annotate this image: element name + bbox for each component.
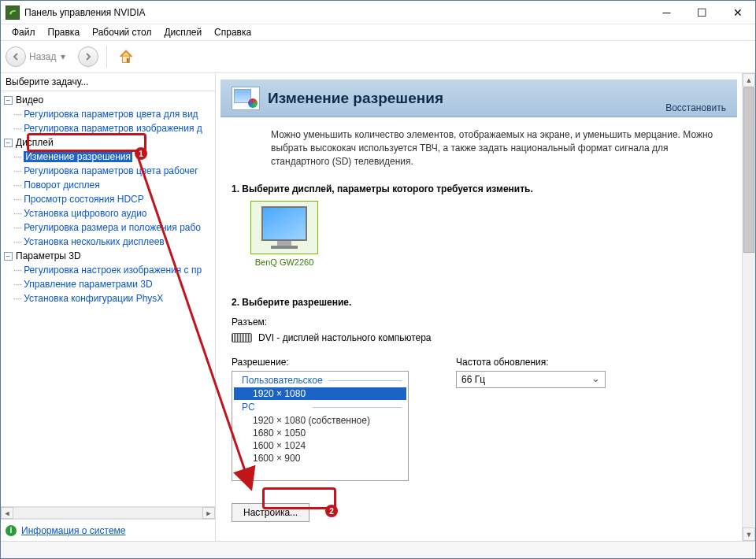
menu-edit[interactable]: Правка [42,25,87,39]
refresh-label: Частота обновления: [456,357,606,368]
tree-category-3d[interactable]: Параметры 3D [16,250,81,261]
minimize-button[interactable]: ─ [649,1,684,24]
menu-file[interactable]: Файл [6,25,42,39]
body: Выберите задачу... −Видео ····Регулировк… [1,73,755,541]
close-button[interactable]: ✕ [720,1,755,24]
main-panel: Изменение разрешения Восстановить Можно … [216,73,755,541]
window-title: Панель управления NVIDIA [24,7,649,18]
task-tree[interactable]: −Видео ····Регулировка параметров цвета … [1,91,215,506]
tree-item[interactable]: Установка конфигурации PhysX [24,293,163,304]
scroll-left-icon[interactable]: ◄ [1,507,13,519]
res-option[interactable]: 1600 × 900 [234,452,406,465]
tree-category-video[interactable]: Видео [16,94,43,106]
task-prompt: Выберите задачу... [1,73,215,91]
titlebar: Панель управления NVIDIA ─ ☐ ✕ [1,1,755,24]
step2-title: 2. Выберите разрешение. [216,289,742,314]
monitor-selector[interactable]: BenQ GW2260 [250,201,318,267]
dvi-port-icon [232,333,252,342]
restore-link[interactable]: Восстановить [665,102,726,113]
port-value: DVI - дисплей настольного компьютера [258,332,432,343]
scroll-track[interactable] [743,254,755,528]
customize-button[interactable]: Настройка... [232,503,309,522]
tree-item[interactable]: Регулировка параметров цвета для вид [24,109,198,120]
nvidia-app-icon [6,6,20,20]
resolution-label: Разрешение: [232,357,409,368]
nav-back-button[interactable] [6,46,26,67]
step1-title: 1. Выберите дисплей, параметры которого … [216,176,742,201]
menu-help[interactable]: Справка [208,25,258,39]
scroll-thumb[interactable] [743,87,754,253]
nvidia-control-panel-window: Панель управления NVIDIA ─ ☐ ✕ Файл Прав… [0,0,756,559]
tree-item[interactable]: Установка нескольких дисплеев [24,236,165,247]
system-info-link[interactable]: Информация о системе [21,525,125,536]
menu-display[interactable]: Дисплей [158,25,208,39]
tree-item[interactable]: Регулировка параметров изображения д [24,123,202,134]
menubar: Файл Правка Рабочий стол Дисплей Справка [1,24,755,40]
res-option[interactable]: 1920 × 1080 (собственное) [234,414,406,427]
nav-back-dropdown[interactable]: ▾ [61,51,70,62]
toolbar-separator [106,46,107,68]
port-label: Разъем: [232,317,267,328]
statusbar [1,541,755,558]
res-group-pc: PC [234,400,406,414]
content-v-scrollbar[interactable]: ▲ ▼ [742,73,755,541]
tree-item[interactable]: Управление параметрами 3D [24,279,153,290]
res-option[interactable]: 1680 × 1050 [234,427,406,439]
page-header: Изменение разрешения Восстановить [220,80,737,117]
menu-desktop[interactable]: Рабочий стол [86,25,158,39]
tree-category-display[interactable]: Дисплей [16,137,54,148]
res-group-custom: Пользовательское [234,373,406,387]
collapse-icon[interactable]: − [4,96,13,105]
res-option-selected[interactable]: 1920 × 1080 [234,387,406,400]
collapse-icon[interactable]: − [4,139,13,147]
sidebar: Выберите задачу... −Видео ····Регулировк… [1,73,216,541]
refresh-rate-select[interactable]: 66 Гц [456,371,606,388]
monitor-color-icon [232,87,260,110]
tree-item[interactable]: Регулировка размера и положения рабо [24,222,201,233]
scroll-right-icon[interactable]: ► [202,507,215,519]
home-button[interactable] [115,46,137,68]
tree-item[interactable]: Регулировка настроек изображения с пр [24,265,202,276]
collapse-icon[interactable]: − [4,252,13,261]
content: Изменение разрешения Восстановить Можно … [216,73,742,541]
toolbar: Назад ▾ [1,40,755,73]
page-title: Изменение разрешения [268,90,443,107]
tree-item-change-resolution[interactable]: Изменение разрешения [24,151,132,162]
svg-rect-1 [127,58,129,63]
scroll-up-icon[interactable]: ▲ [743,73,755,87]
tree-item[interactable]: Просмотр состояния HDCP [24,194,144,205]
scroll-track[interactable] [13,507,202,519]
sidebar-footer: i Информация о системе [1,519,215,541]
tree-item[interactable]: Регулировка параметров цвета рабочег [24,165,198,176]
maximize-button[interactable]: ☐ [684,1,720,24]
nav-back-label: Назад [29,51,56,62]
tree-item[interactable]: Установка цифрового аудио [24,208,146,219]
sidebar-h-scrollbar[interactable]: ◄ ► [1,506,215,519]
resolution-listbox[interactable]: Пользовательское 1920 × 1080 PC 1920 × 1… [232,371,409,481]
info-icon: i [6,525,17,536]
tree-item[interactable]: Поворот дисплея [24,180,100,191]
scroll-down-icon[interactable]: ▼ [743,528,755,541]
monitor-name: BenQ GW2260 [250,257,318,267]
nav-forward-button[interactable] [78,46,98,67]
monitor-icon [261,206,307,241]
page-description: Можно уменьшить количество элементов, от… [216,117,742,176]
res-option[interactable]: 1600 × 1024 [234,439,406,452]
